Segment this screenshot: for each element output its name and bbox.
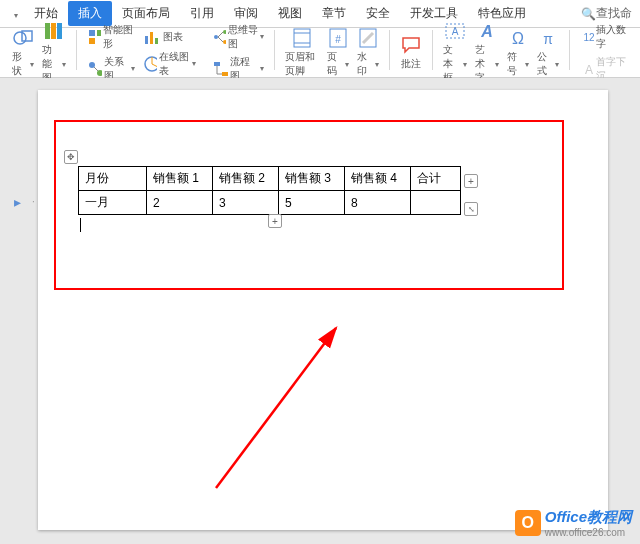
document-page[interactable]: ✥ 月份 销售额 1 销售额 2 销售额 3 销售额 4 合计 一月 2 3 5… xyxy=(38,90,608,530)
chart-icon xyxy=(143,28,161,46)
insert-number-icon: 12 xyxy=(580,28,594,46)
symbol-icon: Ω xyxy=(507,27,529,49)
svg-rect-19 xyxy=(222,72,228,76)
svg-rect-18 xyxy=(214,62,220,66)
watermark-button[interactable]: 水印▾ xyxy=(353,25,383,80)
smartart-button[interactable]: 智能图形 xyxy=(83,21,139,53)
table-wrapper: 月份 销售额 1 销售额 2 销售额 3 销售额 4 合计 一月 2 3 5 8 xyxy=(78,166,461,215)
svg-text:A: A xyxy=(452,26,459,37)
cell[interactable]: 8 xyxy=(345,191,411,215)
smartart-icon xyxy=(87,28,101,46)
shape-label: 形状 xyxy=(12,50,29,78)
annotation-arrow xyxy=(206,318,356,498)
insert-number-label: 插入数字 xyxy=(596,23,628,51)
data-table[interactable]: 月份 销售额 1 销售额 2 销售额 3 销售额 4 合计 一月 2 3 5 8 xyxy=(78,166,461,215)
online-chart-button[interactable]: 在线图表▾ xyxy=(139,48,200,80)
tab-view[interactable]: 视图 xyxy=(268,1,312,26)
search-label: 查找命 xyxy=(596,5,632,22)
svg-rect-13 xyxy=(155,38,158,44)
flowchart-icon xyxy=(212,60,229,78)
nav-pane-icon[interactable]: ▸ xyxy=(14,194,21,210)
search-command[interactable]: 🔍 查找命 xyxy=(581,5,632,22)
table-resize-handle[interactable]: ⤡ xyxy=(464,202,478,216)
nav-dash: · xyxy=(32,196,35,207)
svg-rect-20 xyxy=(294,29,310,47)
online-chart-icon xyxy=(143,55,157,73)
cell-header[interactable]: 销售额 1 xyxy=(147,167,213,191)
cell-header[interactable]: 月份 xyxy=(79,167,147,191)
svg-point-14 xyxy=(145,57,157,71)
brand-logo: O xyxy=(515,510,541,536)
svg-text:12: 12 xyxy=(584,32,595,43)
page-number-icon: # xyxy=(327,27,349,49)
chart-button[interactable]: 图表 xyxy=(139,26,200,48)
add-column-handle[interactable]: + xyxy=(464,174,478,188)
gallery-icon xyxy=(43,20,65,42)
table-move-handle[interactable]: ✥ xyxy=(64,150,78,164)
gallery-button[interactable]: 功能图▾ xyxy=(38,18,70,87)
svg-rect-12 xyxy=(150,32,153,44)
page-number-button[interactable]: # 页码▾ xyxy=(323,25,353,80)
svg-rect-3 xyxy=(51,23,56,39)
svg-rect-4 xyxy=(57,23,62,39)
comment-icon xyxy=(400,34,422,56)
cell-header[interactable]: 合计 xyxy=(411,167,461,191)
svg-rect-7 xyxy=(89,38,95,44)
svg-line-34 xyxy=(216,328,336,488)
symbol-button[interactable]: Ω 符号▾ xyxy=(503,25,533,80)
cell[interactable]: 一月 xyxy=(79,191,147,215)
formula-icon: π xyxy=(537,27,559,49)
cell[interactable]: 3 xyxy=(213,191,279,215)
svg-text:A: A xyxy=(480,23,493,40)
wordart-button[interactable]: A 艺术字▾ xyxy=(471,18,503,87)
svg-point-15 xyxy=(214,35,218,39)
watermark-label: 水印 xyxy=(357,50,374,78)
shape-icon xyxy=(12,27,34,49)
formula-button[interactable]: π 公式▾ xyxy=(533,25,563,80)
page-number-label: 页码 xyxy=(327,50,344,78)
header-footer-icon xyxy=(291,27,313,49)
svg-text:Ω: Ω xyxy=(512,30,524,47)
tab-dropdown[interactable]: ▾ xyxy=(8,3,24,25)
cell[interactable]: 5 xyxy=(279,191,345,215)
header-footer-label: 页眉和页脚 xyxy=(285,50,319,78)
brand-title: Office教程网 xyxy=(545,508,632,527)
svg-point-0 xyxy=(14,32,26,44)
insert-number-button[interactable]: 12 插入数字 xyxy=(576,21,632,53)
dropcap-icon: A xyxy=(580,60,594,78)
brand-watermark: O Office教程网 www.office26.com xyxy=(515,508,632,538)
svg-rect-5 xyxy=(89,30,95,36)
document-area: ▸ · ✥ 月份 销售额 1 销售额 2 销售额 3 销售额 4 合计 一月 2… xyxy=(0,78,640,544)
cell[interactable]: 2 xyxy=(147,191,213,215)
svg-rect-6 xyxy=(97,30,101,36)
add-row-handle[interactable]: + xyxy=(268,214,282,228)
cell-header[interactable]: 销售额 3 xyxy=(279,167,345,191)
text-cursor xyxy=(80,218,81,232)
header-footer-button[interactable]: 页眉和页脚 xyxy=(281,25,323,80)
search-icon: 🔍 xyxy=(581,7,596,21)
cell[interactable] xyxy=(411,191,461,215)
cell-header[interactable]: 销售额 2 xyxy=(213,167,279,191)
textbox-button[interactable]: A 文本框▾ xyxy=(439,18,471,87)
svg-rect-2 xyxy=(45,23,50,39)
table-row: 月份 销售额 1 销售额 2 销售额 3 销售额 4 合计 xyxy=(79,167,461,191)
relation-icon xyxy=(87,60,102,78)
svg-point-17 xyxy=(223,40,226,44)
comment-label: 批注 xyxy=(401,57,421,71)
smartart-label: 智能图形 xyxy=(103,23,135,51)
mindmap-button[interactable]: 思维导图▾ xyxy=(208,21,269,53)
tab-security[interactable]: 安全 xyxy=(356,1,400,26)
shape-button[interactable]: 形状▾ xyxy=(8,25,38,80)
svg-line-26 xyxy=(363,33,373,43)
symbol-label: 符号 xyxy=(507,50,524,78)
cell-header[interactable]: 销售额 4 xyxy=(345,167,411,191)
svg-point-16 xyxy=(223,30,226,34)
tab-sections[interactable]: 章节 xyxy=(312,1,356,26)
textbox-icon: A xyxy=(444,20,466,42)
svg-text:#: # xyxy=(335,34,341,45)
comment-button[interactable]: 批注 xyxy=(396,32,426,73)
table-row: 一月 2 3 5 8 xyxy=(79,191,461,215)
svg-line-10 xyxy=(94,67,98,71)
chart-label: 图表 xyxy=(163,30,183,44)
watermark-icon xyxy=(357,27,379,49)
